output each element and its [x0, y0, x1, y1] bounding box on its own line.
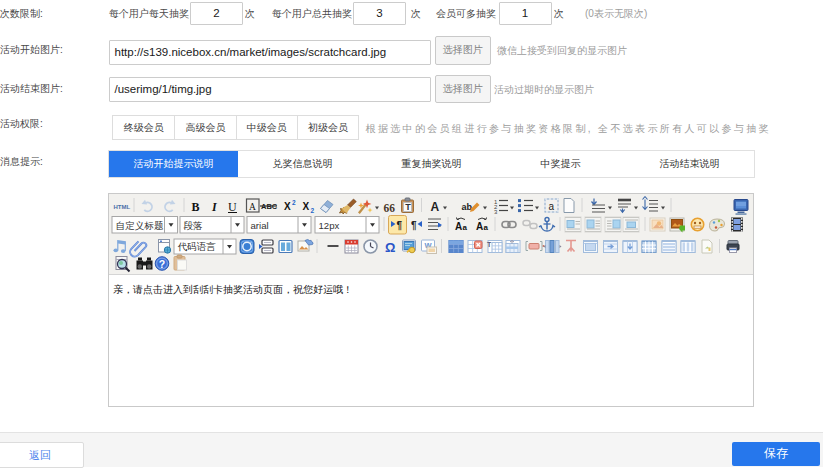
svg-text:代码语言: 代码语言 [178, 241, 217, 252]
svg-text:arial: arial [251, 220, 269, 231]
svg-text:a: a [463, 223, 468, 232]
svg-text:Ω: Ω [385, 240, 395, 255]
svg-text:A: A [476, 221, 483, 232]
svg-text:I: I [211, 200, 218, 214]
svg-text:段落: 段落 [184, 220, 204, 231]
svg-text:66: 66 [384, 202, 396, 214]
svg-text:?: ? [159, 258, 165, 270]
svg-text:2: 2 [311, 207, 315, 214]
svg-text:自定义标题: 自定义标题 [116, 220, 164, 231]
svg-text:U: U [228, 200, 237, 214]
svg-text:a: a [549, 201, 555, 212]
svg-text:X: X [303, 201, 310, 212]
svg-text:T: T [487, 241, 492, 248]
svg-text:¶: ¶ [397, 220, 403, 231]
svg-text:A: A [431, 200, 440, 214]
svg-text:HTML: HTML [114, 204, 131, 210]
svg-text:a: a [484, 223, 489, 232]
svg-text:¶: ¶ [411, 220, 417, 231]
svg-text:12px: 12px [319, 220, 340, 231]
svg-text:A: A [455, 221, 462, 232]
svg-text:2: 2 [292, 199, 296, 206]
svg-text:A: A [249, 202, 256, 212]
svg-text:B: B [192, 200, 200, 214]
svg-text:3: 3 [494, 209, 498, 215]
svg-text:T: T [405, 202, 411, 212]
svg-text:X: X [284, 201, 291, 212]
